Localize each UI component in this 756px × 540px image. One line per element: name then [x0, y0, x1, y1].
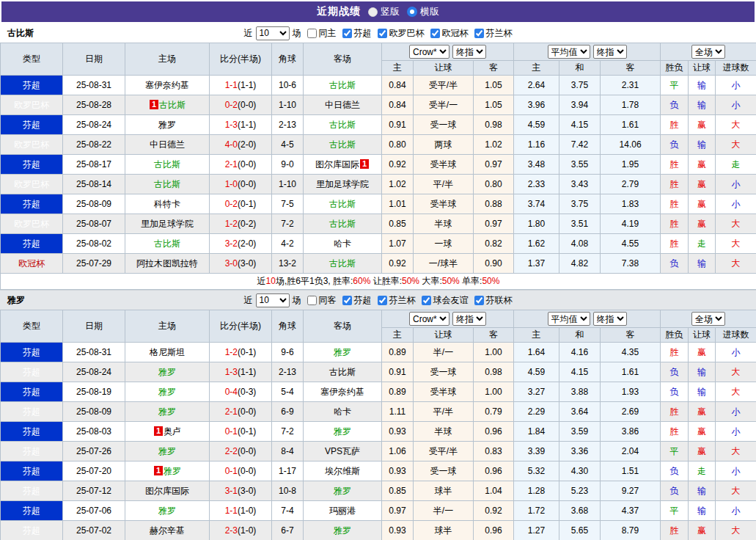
away-team-link[interactable]: 古比斯 — [329, 219, 356, 229]
result-handicap: 赢 — [689, 343, 716, 362]
home-team-link[interactable]: 雅罗 — [158, 120, 176, 130]
corner-score: 1-10 — [272, 95, 304, 115]
result-goals: 大 — [716, 254, 756, 274]
final-index-select[interactable]: 终指 — [452, 312, 486, 326]
halftime-score: (3-0) — [238, 258, 256, 269]
away-team-link[interactable]: 玛丽港 — [329, 506, 356, 516]
result-handicap: 赢 — [689, 214, 716, 234]
away-team-link[interactable]: 哈卡 — [334, 406, 351, 417]
away-team-link[interactable]: 古比斯 — [329, 367, 356, 377]
team-sections: 古比斯近10场同主芬超欧罗巴杯欧冠杯芬兰杯类型日期主场比分(半场)角球客场Cro… — [0, 23, 756, 540]
league-label: 芬兰杯 — [486, 27, 513, 40]
handicap-odds-away: 1.04 — [474, 481, 514, 501]
away-team-link[interactable]: 中日德兰 — [325, 100, 360, 110]
home-team-link[interactable]: 科特卡 — [154, 199, 180, 209]
summary-text: 50% — [402, 276, 419, 286]
home-team-link[interactable]: 格尼斯坦 — [150, 347, 185, 357]
handicap-line: 半/一 — [414, 343, 474, 362]
radio-off-icon[interactable] — [368, 7, 378, 17]
company-select[interactable]: Crow* — [409, 45, 449, 59]
final-index-select[interactable]: 终指 — [593, 45, 627, 59]
result-winlose: 胜 — [661, 234, 689, 254]
home-team-link[interactable]: 里加足球学院 — [141, 219, 194, 229]
away-team-link[interactable]: 古比斯 — [329, 120, 356, 130]
company-select[interactable]: Crow* — [409, 312, 449, 326]
away-team-link[interactable]: 古比斯 — [329, 199, 356, 209]
league-checkbox[interactable] — [474, 29, 484, 38]
home-team-link[interactable]: 中日德兰 — [150, 139, 185, 150]
horizontal-radio-label[interactable]: 横版 — [420, 5, 439, 18]
home-team-link[interactable]: 雅罗 — [158, 506, 176, 516]
league-checkbox[interactable] — [378, 29, 387, 38]
home-team-link[interactable]: 奥卢 — [164, 426, 181, 437]
handicap-odds-home: 0.89 — [382, 382, 414, 402]
handicap-line: 受半球 — [414, 155, 474, 175]
home-cell: 阿拉木图凯拉特 — [125, 254, 210, 274]
final-index-select[interactable]: 终指 — [593, 312, 627, 326]
home-team-link[interactable]: 雅罗 — [158, 406, 176, 417]
home-team-link[interactable]: 图尔库国际 — [145, 486, 189, 496]
away-team-link[interactable]: 里加足球学院 — [316, 179, 369, 189]
result-handicap: 赢 — [689, 442, 716, 461]
home-team-link[interactable]: 古比斯 — [159, 100, 186, 110]
sub-column-header: 让球 — [689, 61, 716, 76]
away-team-link[interactable]: 雅罗 — [334, 525, 351, 536]
vertical-radio-label[interactable]: 竖版 — [381, 5, 400, 18]
horizontal-layout-radio[interactable]: 横版 — [407, 5, 439, 18]
final-index-select[interactable]: 终指 — [452, 45, 486, 59]
home-team-link[interactable]: 雅罗 — [158, 367, 176, 377]
away-team-link[interactable]: 塞伊奈约基 — [320, 387, 364, 397]
home-team-link[interactable]: 古比斯 — [154, 159, 180, 169]
home-team-link[interactable]: 古比斯 — [154, 179, 180, 189]
full-court-select[interactable]: 全场 — [691, 45, 725, 59]
league-checkbox[interactable] — [378, 296, 387, 305]
avg-odds-draw: 3.36 — [559, 442, 601, 461]
column-header: 类型 — [1, 43, 63, 76]
away-team-link[interactable]: 古比斯 — [329, 258, 356, 269]
match-row: 欧罗巴杯25-08-281古比斯0-2(0-0)1-10中日德兰0.84受半/一… — [1, 95, 756, 115]
home-team-link[interactable]: 赫尔辛基 — [150, 525, 185, 536]
result-handicap: 输 — [689, 135, 716, 155]
average-select[interactable]: 平均值 — [548, 312, 590, 326]
average-select[interactable]: 平均值 — [548, 45, 590, 59]
away-team-link[interactable]: 古比斯 — [329, 139, 356, 150]
league-checkbox[interactable] — [430, 29, 440, 38]
odds-group-header: 全场 — [661, 43, 756, 61]
result-goals: 小 — [716, 95, 756, 115]
league-checkbox[interactable] — [342, 296, 352, 305]
home-team-link[interactable]: 阿拉木图凯拉特 — [136, 258, 198, 269]
away-team-link[interactable]: 雅罗 — [334, 347, 351, 357]
match-count-select[interactable]: 10 — [256, 293, 290, 307]
same-venue-checkbox[interactable] — [307, 29, 317, 38]
home-team-link[interactable]: 雅罗 — [164, 466, 181, 476]
result-winlose: 负 — [661, 95, 689, 115]
halftime-score: (0-1) — [238, 199, 256, 209]
away-team-link[interactable]: 图尔库国际 — [315, 159, 359, 169]
away-team-link[interactable]: 古比斯 — [329, 80, 356, 90]
same-venue-checkbox[interactable] — [307, 296, 317, 305]
home-team-link[interactable]: 雅罗 — [158, 387, 176, 397]
league-checkbox[interactable] — [422, 296, 431, 305]
away-team-link[interactable]: 哈卡 — [334, 238, 351, 249]
match-row: 芬超25-08-09科特卡0-2(0-1)7-5古比斯1.01受半球0.883.… — [1, 194, 756, 214]
away-team-link[interactable]: 雅罗 — [334, 486, 351, 496]
away-team-link[interactable]: 埃尔维斯 — [325, 466, 360, 476]
away-team-link[interactable]: VPS瓦萨 — [325, 446, 360, 456]
match-date: 25-08-24 — [63, 115, 125, 135]
home-team-link[interactable]: 雅罗 — [158, 446, 176, 456]
vertical-layout-radio[interactable]: 竖版 — [368, 5, 400, 18]
full-court-select[interactable]: 全场 — [691, 312, 725, 326]
match-count-select[interactable]: 10 — [256, 26, 290, 40]
league-type-badge: 芬超 — [1, 194, 63, 214]
league-checkbox[interactable] — [342, 29, 352, 38]
league-checkbox[interactable] — [474, 296, 484, 305]
home-team-link[interactable]: 塞伊奈约基 — [145, 80, 189, 90]
away-team-link[interactable]: 雅罗 — [334, 426, 351, 437]
result-handicap: 输 — [689, 362, 716, 382]
match-row: 欧罗巴杯25-08-22中日德兰4-0(2-0)4-5古比斯0.80两球1.02… — [1, 135, 756, 155]
avg-odds-home: 1.62 — [514, 234, 559, 254]
corner-score: 13-2 — [272, 254, 304, 274]
radio-on-icon[interactable] — [407, 7, 417, 17]
home-team-link[interactable]: 古比斯 — [154, 238, 180, 249]
league-label: 欧罗巴杯 — [389, 27, 425, 40]
